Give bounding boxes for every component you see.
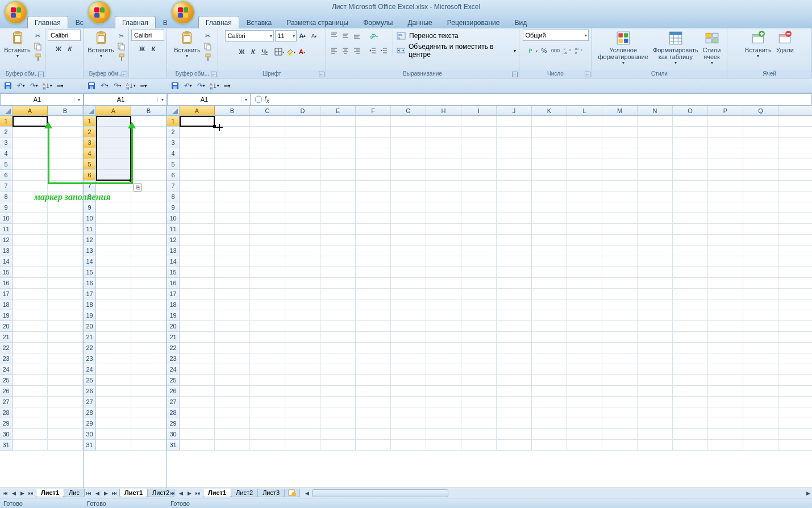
row-header[interactable]: 17 [167,289,180,299]
cell[interactable] [461,407,497,418]
row-header[interactable]: 21 [167,332,180,343]
redo-button[interactable]: ↷▾ [112,80,123,91]
cell[interactable] [602,148,638,159]
cell[interactable] [250,418,285,429]
office-button-3[interactable] [172,1,194,24]
cell[interactable] [391,116,426,127]
sort-button[interactable]: АЯ▾ [125,80,136,91]
row-header[interactable]: 1 [84,116,96,127]
fill-color-button[interactable]: ▾ [286,47,296,57]
italic-button[interactable]: К [65,44,75,54]
cell[interactable] [461,278,497,289]
cell[interactable] [708,418,743,429]
cell[interactable] [96,407,131,418]
cell[interactable] [131,213,166,224]
cell[interactable] [638,127,673,138]
cell[interactable] [180,148,215,159]
cell[interactable] [320,116,356,127]
cell[interactable] [250,245,285,256]
sheet-nav-1[interactable]: ⏮◀▶⏭ [0,489,36,497]
cell[interactable] [250,343,285,353]
cell[interactable] [708,170,743,181]
row-header[interactable]: 29 [84,418,96,429]
row-header[interactable]: 2 [167,127,180,138]
cell[interactable] [532,148,567,159]
row-header[interactable]: 7 [0,181,13,191]
cell[interactable] [285,343,320,353]
row-header[interactable]: 16 [167,278,180,289]
sheet-tab[interactable]: Лист1 [203,489,231,497]
cell[interactable] [180,343,215,353]
tab-review[interactable]: Рецензирование [440,16,507,28]
cell[interactable] [461,343,497,353]
cell[interactable] [48,289,83,299]
font-size-combo[interactable]: 11▾ [275,30,297,41]
row-header[interactable]: 19 [167,310,180,321]
cell[interactable] [13,138,48,148]
cell[interactable] [320,310,356,321]
cell[interactable] [426,235,461,245]
cell[interactable] [285,138,320,148]
col-header[interactable]: D [285,106,320,115]
cell[interactable] [532,407,567,418]
cell[interactable] [180,407,215,418]
cell[interactable] [532,364,567,375]
cell[interactable] [426,138,461,148]
cell[interactable] [708,127,743,138]
name-box-2[interactable]: A1▾ [84,93,167,106]
cell[interactable] [48,224,83,235]
cell[interactable] [356,181,391,191]
undo-button[interactable]: ↶▾ [15,80,27,91]
decrease-indent-button[interactable] [368,45,378,56]
cell[interactable] [708,202,743,213]
cell[interactable] [285,299,320,310]
cell[interactable] [48,364,83,375]
cell[interactable] [426,321,461,332]
cell[interactable] [131,116,166,127]
decrease-decimal-button[interactable]: ,00,0 [573,45,584,56]
font-name-combo[interactable]: Calibri [48,30,81,41]
cell[interactable] [131,235,166,245]
copy-button[interactable] [33,41,43,52]
cell[interactable] [602,397,638,407]
cell[interactable] [567,332,602,343]
cell[interactable] [602,202,638,213]
cell[interactable] [96,321,131,332]
row-header[interactable]: 12 [167,235,180,245]
cell[interactable] [497,245,532,256]
save-button[interactable] [86,80,97,91]
cell[interactable] [638,321,673,332]
tab-data[interactable]: Данные [400,16,439,28]
col-header-A[interactable]: A [96,106,131,115]
row-header[interactable]: 27 [0,397,13,407]
cell[interactable] [356,321,391,332]
format-painter-button[interactable] [33,52,43,63]
row-header[interactable]: 2 [84,127,96,138]
cell[interactable] [180,159,215,170]
row-header[interactable]: 11 [167,224,180,235]
cell[interactable] [356,353,391,364]
cell[interactable] [743,170,778,181]
cell[interactable] [13,364,48,375]
cell[interactable] [285,213,320,224]
autofill-options-button[interactable]: ⎘ [134,184,141,191]
cell[interactable] [320,429,356,440]
undo-button[interactable]: ↶▾ [99,80,110,91]
cell[interactable] [673,440,708,451]
cell[interactable] [426,310,461,321]
row-header[interactable]: 28 [0,407,13,418]
cell[interactable] [391,267,426,278]
cell[interactable] [743,127,778,138]
cell[interactable] [461,289,497,299]
cell[interactable] [215,235,250,245]
cell[interactable] [743,407,778,418]
cell[interactable] [356,343,391,353]
cell[interactable] [673,267,708,278]
cell[interactable] [13,148,48,159]
cell[interactable] [285,202,320,213]
font-name-combo[interactable]: Calibri [131,30,164,41]
cell[interactable] [391,407,426,418]
cell[interactable] [356,289,391,299]
cell[interactable] [638,289,673,299]
cell[interactable] [461,310,497,321]
